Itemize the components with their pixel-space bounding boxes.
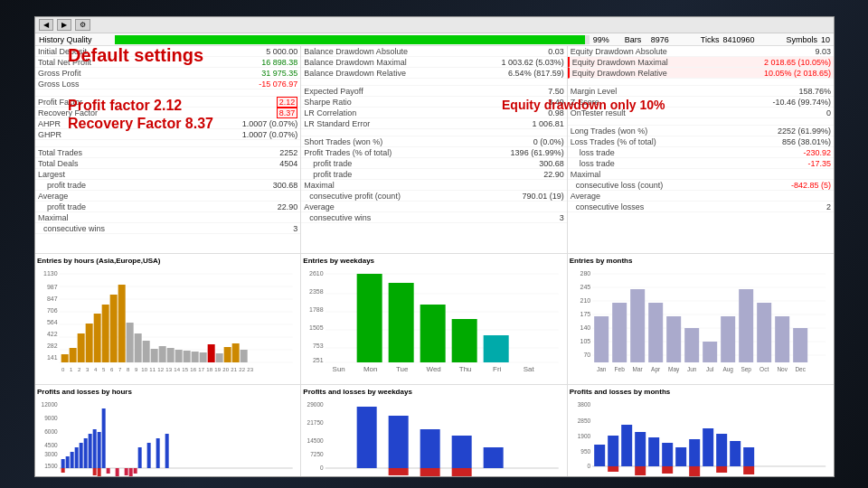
svg-rect-145 [107, 468, 110, 474]
svg-text:282: 282 [47, 343, 58, 349]
svg-text:753: 753 [313, 343, 324, 349]
svg-text:1505: 1505 [309, 324, 324, 331]
svg-rect-16 [61, 354, 69, 362]
stats-col-3: Equity Drawdown Absolute9.03 Equity Draw… [568, 46, 834, 253]
svg-rect-202 [716, 434, 727, 466]
hours-chart-title: Entries by hours (Asia,Europe,USA) [37, 257, 298, 265]
svg-rect-105 [666, 316, 681, 362]
svg-text:1130: 1130 [43, 270, 58, 277]
svg-text:21750: 21750 [307, 419, 324, 426]
svg-rect-37 [232, 343, 240, 362]
svg-text:Aug: Aug [722, 366, 733, 373]
svg-rect-136 [80, 443, 83, 468]
svg-text:0: 0 [61, 367, 65, 372]
svg-text:Sat: Sat [524, 365, 535, 373]
weekdays-chart-title: Entries by weekdays [303, 257, 564, 265]
svg-text:18: 18 [206, 367, 212, 372]
svg-rect-22 [110, 295, 118, 362]
svg-text:9: 9 [135, 367, 138, 372]
svg-rect-150 [138, 447, 142, 468]
weekdays-chart-top: Entries by weekdays 2610 2358 1788 1505 … [301, 254, 567, 384]
svg-text:8: 8 [127, 367, 130, 372]
svg-text:2358: 2358 [309, 288, 324, 295]
equity-max-value: 2 018.65 (10.05%) [764, 58, 831, 67]
symbols-label: Symbols [786, 35, 817, 44]
svg-text:210: 210 [580, 297, 590, 304]
svg-text:847: 847 [47, 296, 58, 302]
quality-label: History Quality [39, 35, 111, 44]
svg-rect-27 [151, 349, 158, 362]
svg-rect-29 [167, 348, 175, 362]
pnl-weekdays-chart: Profits and losses by weekdays 29000 217… [301, 385, 567, 477]
svg-text:19: 19 [214, 367, 221, 372]
svg-rect-193 [594, 445, 605, 466]
svg-text:29000: 29000 [307, 401, 324, 408]
svg-rect-146 [116, 468, 119, 477]
profit-factor-value: 2.12 [277, 97, 298, 108]
svg-rect-28 [159, 346, 166, 362]
svg-rect-196 [635, 432, 646, 466]
svg-rect-24 [127, 323, 134, 362]
svg-rect-76 [389, 283, 414, 362]
svg-rect-19 [86, 324, 93, 362]
svg-rect-140 [98, 432, 101, 468]
svg-rect-32 [192, 352, 199, 362]
svg-rect-26 [143, 341, 150, 362]
svg-rect-109 [739, 289, 753, 362]
ticks-value: 8410960 [722, 35, 768, 44]
svg-rect-21 [102, 305, 109, 362]
svg-rect-206 [635, 466, 646, 475]
svg-text:3800: 3800 [577, 401, 590, 408]
toolbar-btn-1[interactable]: ◀ [39, 19, 53, 31]
svg-rect-207 [662, 466, 673, 474]
svg-text:9000: 9000 [44, 415, 58, 421]
svg-text:12000: 12000 [42, 401, 58, 408]
svg-text:May: May [668, 366, 680, 373]
svg-rect-201 [703, 428, 713, 466]
svg-rect-133 [66, 456, 70, 468]
quality-bar [115, 35, 585, 44]
svg-text:7: 7 [118, 367, 122, 372]
svg-rect-199 [675, 447, 686, 466]
svg-text:10: 10 [141, 367, 147, 372]
svg-text:0: 0 [320, 465, 324, 471]
months-chart-title: Entries by months [570, 257, 832, 265]
svg-rect-197 [648, 437, 659, 466]
svg-text:16: 16 [190, 367, 196, 372]
toolbar-btn-2[interactable]: ▶ [57, 19, 71, 31]
svg-text:22: 22 [239, 367, 245, 372]
svg-rect-103 [630, 289, 645, 362]
svg-text:175: 175 [580, 311, 590, 317]
svg-rect-35 [216, 353, 223, 362]
months-svg: 280 245 210 175 140 105 70 [570, 267, 832, 375]
pnl-hours-chart: Profits and losses by hours 12000 9000 6… [35, 385, 301, 477]
svg-text:Dec: Dec [795, 366, 806, 372]
recovery-factor-value: 8.37 [277, 108, 298, 118]
svg-text:6: 6 [110, 367, 114, 372]
pnl-months-chart: Profits and losses by months 3800 2850 1… [568, 385, 834, 477]
svg-rect-210 [743, 466, 754, 474]
hours-chart-svg: 1130 987 847 706 564 422 282 141 [37, 267, 298, 375]
svg-rect-36 [224, 347, 231, 362]
svg-rect-208 [689, 466, 700, 477]
svg-rect-112 [793, 328, 807, 362]
svg-text:0: 0 [587, 463, 590, 469]
svg-rect-139 [93, 429, 97, 468]
svg-text:12: 12 [157, 367, 164, 372]
svg-text:140: 140 [580, 324, 590, 331]
toolbar-btn-3[interactable]: ⚙ [75, 19, 90, 31]
svg-rect-106 [684, 328, 699, 362]
svg-text:3000: 3000 [44, 451, 58, 457]
svg-rect-30 [175, 350, 183, 362]
svg-text:20: 20 [222, 367, 229, 372]
svg-rect-17 [70, 348, 77, 362]
svg-rect-104 [648, 303, 663, 362]
svg-text:17: 17 [198, 367, 204, 372]
svg-rect-194 [608, 436, 618, 466]
svg-text:245: 245 [580, 284, 590, 290]
svg-text:Apr: Apr [651, 366, 661, 373]
pnl-weekdays-title: Profits and losses by weekdays [303, 388, 564, 396]
svg-text:Thu: Thu [459, 365, 472, 373]
svg-rect-137 [84, 438, 88, 468]
svg-text:2610: 2610 [309, 270, 324, 277]
